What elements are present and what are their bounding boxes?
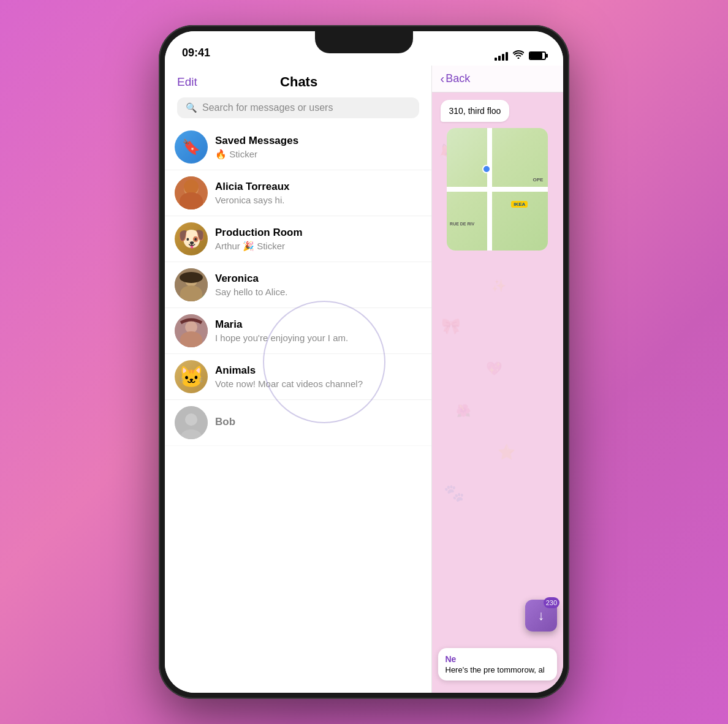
svg-point-0 (175, 176, 208, 209)
phone-frame: 09:41 (159, 25, 569, 699)
chat-name-saved: Saved Messages (215, 135, 422, 147)
chat-preview-alicia: Veronica says hi. (215, 195, 422, 205)
avatar-production (175, 222, 208, 255)
chats-panel: Edit Chats 🔍 Search for messages or user… (165, 66, 432, 693)
map-inner: IKEA OPE RUE DE RIV (447, 128, 548, 251)
bookmark-icon: 🔖 (182, 138, 200, 156)
chat-item-alicia[interactable]: Alicia Torreaux Veronica says hi. (165, 170, 431, 216)
preview-message-bubble: Ne Here's the pre tommorow, al (438, 648, 558, 681)
avatar-maria (175, 314, 208, 347)
svg-point-1 (184, 181, 199, 196)
svg-point-3 (186, 183, 197, 194)
edit-button[interactable]: Edit (177, 75, 197, 89)
notch (315, 31, 413, 53)
chat-list: 🔖 Saved Messages 🔥 Sticker (165, 124, 431, 693)
unread-count-badge: 230 (544, 597, 559, 608)
battery-icon (529, 51, 546, 60)
preview-message-text: Here's the pre tommorow, al (446, 665, 550, 674)
avatar-veronica (175, 268, 208, 301)
chat-name-maria: Maria (215, 319, 422, 331)
status-time: 09:41 (182, 47, 210, 61)
phone-screen: 09:41 (165, 31, 563, 693)
chat-item-maria[interactable]: Maria I hope you're enjoying your I am. (165, 308, 431, 354)
chat-info-alicia: Alicia Torreaux Veronica says hi. (215, 181, 422, 205)
bottom-message-preview: Ne Here's the pre tommorow, al (438, 648, 558, 681)
map-road-vertical (487, 128, 492, 251)
map-label-opera: OPE (533, 177, 544, 183)
chat-preview-veronica: Say hello to Alice. (215, 287, 422, 297)
svg-point-6 (181, 292, 202, 301)
chat-name-bob: Bob (215, 416, 422, 428)
chat-preview-production: Arthur 🎉 Sticker (215, 241, 422, 252)
chat-preview-maria: I hope you're enjoying your I am. (215, 333, 422, 343)
map-thumbnail[interactable]: IKEA OPE RUE DE RIV (447, 128, 548, 251)
avatar-bob (175, 406, 208, 439)
chat-item-veronica[interactable]: Veronica Say hello to Alice. (165, 262, 431, 308)
chat-item-animals[interactable]: Animals Vote now! Moar cat videos channe… (165, 354, 431, 400)
screen-content: Edit Chats 🔍 Search for messages or user… (165, 66, 563, 693)
avatar-saved: 🔖 (175, 130, 208, 164)
production-preview-sticker: 🎉 Sticker (243, 241, 285, 251)
wifi-icon (513, 50, 524, 61)
scroll-down-area: ↓ 230 (525, 600, 557, 632)
map-label-ikea: IKEA (511, 201, 528, 208)
chat-info-animals: Animals Vote now! Moar cat videos channe… (215, 364, 422, 389)
svg-point-10 (181, 337, 202, 347)
signal-icon (495, 51, 508, 61)
chat-item-production[interactable]: Production Room Arthur 🎉 Sticker (165, 216, 431, 262)
search-icon: 🔍 (186, 102, 197, 113)
chat-info-maria: Maria I hope you're enjoying your I am. (215, 319, 422, 343)
svg-point-9 (185, 321, 197, 333)
chat-name-veronica: Veronica (215, 273, 422, 285)
chat-name-alicia: Alicia Torreaux (215, 181, 422, 193)
chat-info-veronica: Veronica Say hello to Alice. (215, 273, 422, 297)
map-label-rue: RUE DE RIV (450, 222, 474, 226)
scroll-down-arrow-icon: ↓ (538, 608, 545, 624)
production-sub-name: Arthur (215, 241, 240, 251)
chat-item-bob[interactable]: Bob (165, 400, 431, 446)
chats-title: Chats (280, 74, 317, 90)
chat-item-saved[interactable]: 🔖 Saved Messages 🔥 Sticker (165, 124, 431, 170)
chat-name-production: Production Room (215, 227, 422, 239)
svg-point-2 (180, 198, 202, 209)
avatar-alicia (175, 176, 208, 209)
preview-sender-name: Ne (446, 654, 550, 664)
svg-rect-7 (180, 272, 203, 283)
map-pin (482, 165, 491, 173)
search-placeholder-text: Search for messages or users (202, 102, 333, 113)
status-icons (495, 50, 546, 61)
message-bubble-text: 310, third floo (441, 100, 510, 122)
chat-preview-saved: 🔥 Sticker (215, 149, 422, 160)
svg-point-12 (185, 413, 197, 426)
chats-nav: Edit Chats (177, 74, 419, 90)
chat-info-saved: Saved Messages 🔥 Sticker (215, 135, 422, 160)
chat-info-bob: Bob (215, 416, 422, 430)
message-text: 310, third floo (449, 106, 501, 116)
chat-preview-animals: Vote now! Moar cat videos channel? (215, 379, 422, 389)
map-road-horizontal (447, 187, 548, 192)
chat-info-production: Production Room Arthur 🎉 Sticker (215, 227, 422, 252)
search-bar[interactable]: 🔍 Search for messages or users (177, 97, 419, 118)
chat-name-animals: Animals (215, 364, 422, 377)
avatar-animals (175, 360, 208, 393)
chat-detail-panel: 🦊 ⭐ 🌸 ✨ 🎀 💖 🌺 ⭐ 🐾 ‹ Back (432, 66, 564, 693)
chats-header: Edit Chats 🔍 Search for messages or user… (165, 66, 431, 124)
